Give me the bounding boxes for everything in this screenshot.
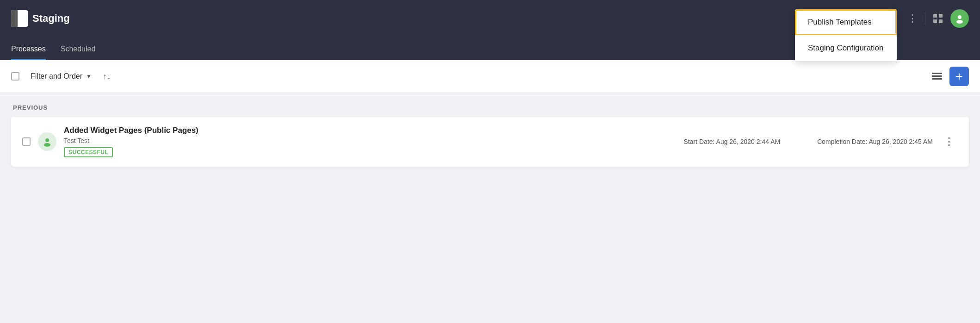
content-area: PREVIOUS Added Widget Pages (Public Page… <box>0 93 980 178</box>
filter-order-label: Filter and Order <box>31 72 82 81</box>
card-title: Added Widget Pages (Public Pages) <box>64 126 676 135</box>
select-all-checkbox[interactable] <box>11 72 19 81</box>
app-header: Staging ⋮ Publish Templates S <box>0 0 980 37</box>
user-avatar[interactable] <box>950 9 969 28</box>
app-title: Staging <box>32 12 70 25</box>
card-checkbox[interactable] <box>22 137 31 146</box>
toolbar: Filter and Order ▼ ↑↓ + <box>0 60 980 93</box>
app-logo: Staging <box>11 10 70 27</box>
completion-date: Completion Date: Aug 26, 2020 2:45 AM <box>817 138 933 145</box>
tab-scheduled[interactable]: Scheduled <box>61 45 96 60</box>
svg-rect-8 <box>932 78 942 80</box>
svg-rect-1 <box>939 14 943 18</box>
tab-processes[interactable]: Processes <box>11 45 46 60</box>
svg-point-5 <box>956 20 963 24</box>
avatar-icon <box>955 13 965 24</box>
svg-rect-6 <box>932 73 942 74</box>
sort-button[interactable]: ↑↓ <box>103 72 111 81</box>
start-date: Start Date: Aug 26, 2020 2:44 AM <box>684 138 781 145</box>
card-more-button[interactable]: ⋮ <box>940 134 958 149</box>
filter-order-button[interactable]: Filter and Order ▼ <box>27 70 95 82</box>
section-label: PREVIOUS <box>11 104 969 111</box>
grid-button[interactable] <box>933 13 943 24</box>
header-actions: ⋮ <box>907 9 969 28</box>
card-subtitle: Test Test <box>64 137 676 144</box>
list-view-button[interactable] <box>932 73 942 80</box>
grid-icon <box>933 13 943 24</box>
dropdown-item-publish-templates[interactable]: Publish Templates <box>795 9 897 35</box>
card-more-icon: ⋮ <box>944 136 954 147</box>
card-dates: Start Date: Aug 26, 2020 2:44 AM Complet… <box>684 138 933 145</box>
svg-rect-7 <box>932 75 942 77</box>
card-person-icon <box>42 137 52 147</box>
process-card: Added Widget Pages (Public Pages) Test T… <box>11 117 969 167</box>
sort-updown-icon: ↑↓ <box>103 72 111 81</box>
svg-point-10 <box>44 143 50 147</box>
dropdown-item-staging-configuration[interactable]: Staging Configuration <box>795 35 897 61</box>
dropdown-menu: Publish Templates Staging Configuration <box>795 9 897 61</box>
svg-rect-3 <box>939 19 943 23</box>
chevron-down-icon: ▼ <box>86 73 92 80</box>
staging-configuration-label: Staging Configuration <box>808 43 884 52</box>
more-options-button[interactable]: ⋮ <box>907 12 918 25</box>
svg-rect-2 <box>933 19 937 23</box>
status-badge: SUCCESSFUL <box>64 147 113 157</box>
add-button[interactable]: + <box>949 67 969 86</box>
dots-vertical-icon: ⋮ <box>907 12 918 25</box>
svg-rect-0 <box>933 14 937 18</box>
svg-point-4 <box>958 15 961 19</box>
list-view-icon <box>932 73 942 80</box>
publish-templates-label: Publish Templates <box>808 18 872 26</box>
add-icon: + <box>955 69 963 84</box>
card-avatar <box>38 132 56 151</box>
logo-icon <box>11 10 28 27</box>
header-divider <box>925 12 925 25</box>
card-info: Added Widget Pages (Public Pages) Test T… <box>64 126 676 157</box>
svg-point-9 <box>45 138 49 142</box>
